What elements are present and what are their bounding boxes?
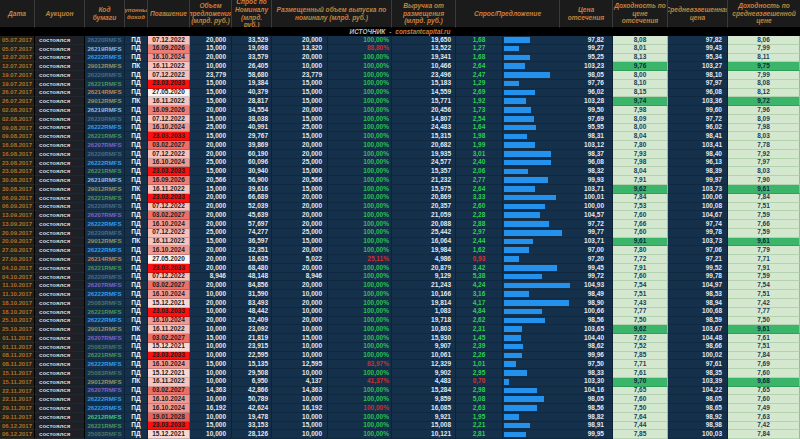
cell-auction-status[interactable]: состоялся: [35, 308, 85, 317]
cell-placed-volume[interactable]: 4,137: [272, 378, 328, 387]
cell-placed-percent[interactable]: 88,80%: [328, 45, 392, 54]
cell-wavg-price[interactable]: 98,05: [668, 395, 728, 404]
cell-date[interactable]: 08.11.2017: [0, 352, 35, 361]
cell-cutoff-price[interactable]: 98,56: [560, 404, 613, 413]
cell-proceeds[interactable]: 20,879: [392, 264, 456, 273]
cell-placed-percent[interactable]: 100,00%: [328, 299, 392, 308]
cell-proceeds[interactable]: 9,129: [392, 273, 456, 282]
cell-placed-volume[interactable]: 13,320: [272, 45, 328, 54]
cell-cutoff-price[interactable]: 98,32: [560, 167, 613, 176]
cell-security-code[interactable]: 29012RMFS: [85, 238, 125, 247]
cell-demand[interactable]: 33,579: [232, 54, 272, 63]
cell-wavg-price[interactable]: 98,98: [668, 422, 728, 431]
cell-maturity-date[interactable]: 23.03.2033: [148, 264, 190, 273]
cell-placed-volume[interactable]: 10,000: [272, 308, 328, 317]
cell-placed-percent[interactable]: 100,00%: [328, 334, 392, 343]
cell-demand[interactable]: 33,153: [232, 422, 272, 431]
cell-proceeds[interactable]: 20,088: [392, 220, 456, 229]
cell-cutoff-yield[interactable]: 7,54: [613, 281, 668, 290]
cell-cutoff-price[interactable]: 97,20: [560, 255, 613, 264]
cell-date[interactable]: 04.10.2017: [0, 264, 35, 273]
cell-auction-status[interactable]: состоялся: [35, 273, 85, 282]
cell-placed-percent[interactable]: 100,00%: [328, 80, 392, 89]
cell-demand[interactable]: 48,442: [232, 308, 272, 317]
cell-placed-volume[interactable]: 16,192: [272, 404, 328, 413]
cell-cutoff-yield[interactable]: 8,00: [613, 71, 668, 80]
cell-security-code[interactable]: 26222RMFS: [85, 317, 125, 326]
cell-wavg-yield[interactable]: 7,60: [728, 395, 800, 404]
cell-bid-cover-ratio[interactable]: 0,93: [456, 255, 503, 264]
cell-maturity-date[interactable]: 16.11.2022: [148, 62, 190, 71]
cell-offer-volume[interactable]: 20,000: [190, 211, 232, 220]
cell-security-code[interactable]: 26221RMFS: [85, 80, 125, 89]
cell-auction-status[interactable]: состоялся: [35, 334, 85, 343]
cell-auction-status[interactable]: состоялся: [35, 430, 85, 439]
cell-auction-status[interactable]: состоялся: [35, 352, 85, 361]
cell-proceeds[interactable]: 16,064: [392, 238, 456, 247]
cell-bid-cover-ratio[interactable]: 2,77: [456, 176, 503, 185]
cell-proceeds[interactable]: 19,341: [392, 54, 456, 63]
cell-cutoff-price[interactable]: 97,50: [560, 360, 613, 369]
cell-offer-volume[interactable]: 20,000: [190, 194, 232, 203]
cell-bid-cover-ratio[interactable]: 2,69: [456, 89, 503, 98]
cell-date[interactable]: 25.10.2017: [0, 325, 35, 334]
cell-cutoff-price[interactable]: 104,57: [560, 211, 613, 220]
cell-coupon-type[interactable]: ПД: [125, 71, 148, 80]
cell-demand[interactable]: 40,379: [232, 89, 272, 98]
cell-maturity-date[interactable]: 16.11.2022: [148, 97, 190, 106]
cell-proceeds[interactable]: 10,121: [392, 430, 456, 439]
cell-offer-volume[interactable]: 10,000: [190, 395, 232, 404]
cell-security-code[interactable]: 26221RMFS: [85, 422, 125, 431]
cell-wavg-yield[interactable]: 7,50: [728, 317, 800, 326]
cell-maturity-date[interactable]: 15.12.2021: [148, 430, 190, 439]
cell-security-code[interactable]: 26214RMFS: [85, 255, 125, 264]
cell-auction-status[interactable]: состоялся: [35, 124, 85, 133]
cell-cutoff-yield[interactable]: 7,80: [613, 246, 668, 255]
cell-date[interactable]: 16.08.2017: [0, 150, 35, 159]
cell-coupon-type[interactable]: ПД: [125, 194, 148, 203]
cell-coupon-type[interactable]: ПД: [125, 413, 148, 422]
cell-placed-percent[interactable]: 100,00%: [328, 238, 392, 247]
cell-placed-percent[interactable]: 100,00%: [328, 36, 392, 45]
source-site-link[interactable]: constantcapital.ru: [395, 29, 450, 35]
cell-wavg-price[interactable]: 99,78: [668, 229, 728, 238]
cell-proceeds[interactable]: 19,984: [392, 246, 456, 255]
cell-cutoff-yield[interactable]: 9,70: [613, 378, 668, 387]
cell-offer-volume[interactable]: 20,000: [190, 281, 232, 290]
cell-bid-cover-ratio[interactable]: 2,60: [456, 203, 503, 212]
cell-auction-status[interactable]: состоялся: [35, 422, 85, 431]
cell-placed-percent[interactable]: 100,00%: [328, 395, 392, 404]
cell-cutoff-yield[interactable]: 9,62: [613, 325, 668, 334]
cell-wavg-yield[interactable]: 7,99: [728, 71, 800, 80]
cell-coupon-type[interactable]: ПД: [125, 106, 148, 115]
cell-auction-status[interactable]: состоялся: [35, 343, 85, 352]
cell-cutoff-yield[interactable]: 7,43: [613, 299, 668, 308]
cell-bid-cover-ratio[interactable]: 2,39: [456, 343, 503, 352]
cell-demand[interactable]: 28,126: [232, 430, 272, 439]
cell-proceeds[interactable]: 9,859: [392, 395, 456, 404]
cell-demand[interactable]: 42,866: [232, 387, 272, 396]
cell-bid-cover-ratio[interactable]: 2,28: [456, 211, 503, 220]
cell-security-code[interactable]: 26207RMFS: [85, 387, 125, 396]
cell-cutoff-yield[interactable]: 8,00: [613, 124, 668, 133]
cell-proceeds[interactable]: 20,456: [392, 106, 456, 115]
cell-cutoff-yield[interactable]: 8,13: [613, 54, 668, 63]
cell-placed-percent[interactable]: 100,00%: [328, 124, 392, 133]
cell-offer-volume[interactable]: 15,000: [190, 167, 232, 176]
cell-maturity-date[interactable]: 03.02.2027: [148, 281, 190, 290]
cell-demand[interactable]: 52,409: [232, 317, 272, 326]
cell-proceeds[interactable]: 1,083: [392, 308, 456, 317]
cell-wavg-yield[interactable]: 7,84: [728, 194, 800, 203]
cell-wavg-yield[interactable]: 9,61: [728, 238, 800, 247]
cell-date[interactable]: 18.10.2017: [0, 299, 35, 308]
cell-cutoff-price[interactable]: 96,02: [560, 89, 613, 98]
cell-placed-percent[interactable]: 100,00%: [328, 220, 392, 229]
cell-bid-cover-ratio[interactable]: 1,92: [456, 97, 503, 106]
cell-maturity-date[interactable]: 16.09.2026: [148, 45, 190, 54]
cell-offer-volume[interactable]: 10,000: [190, 343, 232, 352]
cell-wavg-yield[interactable]: 7,51: [728, 290, 800, 299]
cell-proceeds[interactable]: 15,008: [392, 422, 456, 431]
cell-proceeds[interactable]: 24,577: [392, 159, 456, 168]
cell-placed-volume[interactable]: 15,000: [272, 167, 328, 176]
cell-auction-status[interactable]: состоялся: [35, 290, 85, 299]
